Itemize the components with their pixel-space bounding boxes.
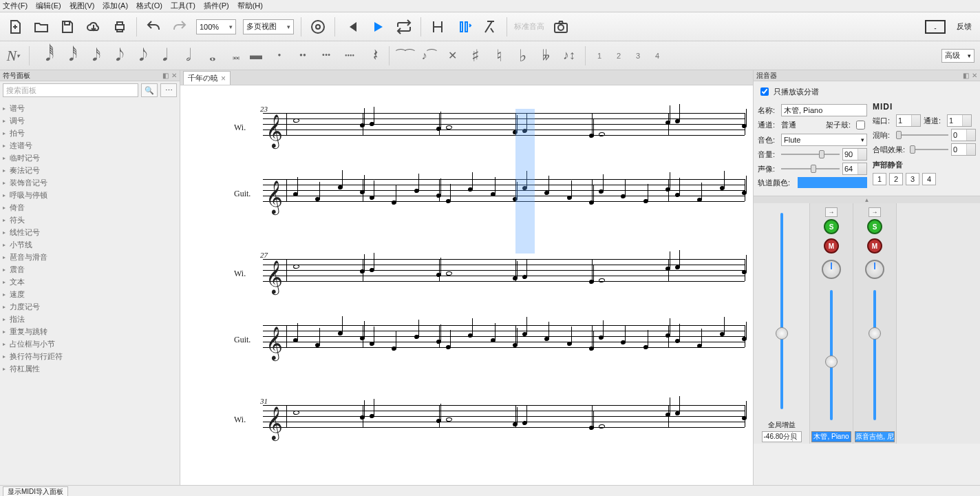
voice-mute-4[interactable]: 4 <box>922 173 936 185</box>
palette-item[interactable]: 指法 <box>0 313 180 325</box>
mixer-close-icon[interactable]: ✕ <box>972 72 977 79</box>
channel-expand-icon[interactable]: → <box>825 207 838 217</box>
midi-reverb-value[interactable]: 0 <box>951 129 976 141</box>
midi-input-icon[interactable] <box>480 17 500 37</box>
note-8th-icon[interactable]: 𝅘𝅥𝅮 <box>108 45 123 66</box>
mute-button[interactable]: M <box>824 238 839 254</box>
menu-view[interactable]: 视图(V) <box>70 1 95 11</box>
channel-label[interactable]: 原音吉他, 尼 <box>855 431 895 442</box>
page-layout-select[interactable]: 多页视图 <box>243 19 294 34</box>
mute-button[interactable]: M <box>867 238 882 254</box>
menu-plugins[interactable]: 插件(P) <box>204 1 229 11</box>
open-file-icon[interactable] <box>32 17 51 37</box>
palette-search-button[interactable]: 🔍 <box>141 83 158 97</box>
palette-item[interactable]: 倚音 <box>0 201 180 214</box>
note-32nd-icon[interactable]: 𝅘𝅥𝅰 <box>61 45 76 66</box>
metronome-icon[interactable] <box>454 17 473 37</box>
rewind-icon[interactable] <box>342 17 361 37</box>
palette-item[interactable]: 换行符与行距符 <box>0 350 180 362</box>
channel-label[interactable]: 木管, Piano <box>811 431 851 442</box>
palette-item[interactable]: 符头 <box>0 214 180 226</box>
palette-item[interactable]: 装饰音记号 <box>0 176 180 189</box>
midi-chan-value[interactable]: 1 <box>947 114 972 127</box>
zoom-select[interactable]: 100% <box>196 19 236 34</box>
print-icon[interactable] <box>110 17 129 37</box>
palette-item[interactable]: 符杠属性 <box>0 362 180 375</box>
track-name-field[interactable]: 木管, Piano <box>781 104 867 116</box>
channel-fader[interactable] <box>864 287 885 430</box>
marcato-icon[interactable]: ✕ <box>445 45 460 66</box>
menu-file[interactable]: 文件(F) <box>3 1 28 11</box>
note-longa-icon[interactable]: ▬ <box>248 45 264 66</box>
natural-icon[interactable]: ♮ <box>491 45 507 66</box>
voice-1-button[interactable]: 1 <box>594 50 605 62</box>
solo-button[interactable]: S <box>867 219 882 234</box>
tie-icon[interactable]: ⁀⁀ <box>398 45 413 66</box>
menu-bar[interactable]: 文件(F) 编辑(E) 视图(V) 添加(A) 格式(O) 工具(T) 插件(P… <box>0 0 980 12</box>
palette-item[interactable]: 占位框与小节 <box>0 338 180 350</box>
channel-pan-knob[interactable] <box>865 260 884 279</box>
solo-button[interactable]: S <box>824 219 839 234</box>
palette-item[interactable]: 力度记号 <box>0 300 180 313</box>
channel-pan-knob[interactable] <box>822 260 841 279</box>
note-input-mode-icon[interactable]: N▾ <box>6 45 21 66</box>
track-color-swatch[interactable] <box>798 177 867 188</box>
save-icon[interactable] <box>58 17 77 37</box>
palette-close-icon[interactable]: ✕ <box>171 72 177 79</box>
dot-1-icon[interactable]: • <box>272 45 287 66</box>
palette-item[interactable]: 文本 <box>0 276 180 288</box>
palette-item[interactable]: 临时记号 <box>0 152 180 164</box>
palette-undock-icon[interactable]: ◧ <box>162 72 169 79</box>
drumset-checkbox[interactable] <box>856 121 865 130</box>
double-flat-icon[interactable]: 𝄫 <box>538 45 553 66</box>
palette-item[interactable]: 连谱号 <box>0 139 180 152</box>
menu-add[interactable]: 添加(A) <box>103 1 128 11</box>
menu-edit[interactable]: 编辑(E) <box>36 1 61 11</box>
note-8th-alt-icon[interactable]: 𝅘𝅥𝅮 <box>131 45 147 66</box>
score-canvas[interactable]: 23Wi.𝄞Guit.𝄞27Wi.𝄞Guit.𝄞31Wi.𝄞 <box>180 85 753 485</box>
palette-item[interactable]: 重复与跳转 <box>0 325 180 338</box>
midi-port-value[interactable]: 1 <box>896 114 921 127</box>
note-whole-icon[interactable]: 𝅝 <box>202 45 217 66</box>
play-icon[interactable] <box>368 17 387 37</box>
palette-item[interactable]: 震音 <box>0 263 180 276</box>
flip-icon[interactable]: ♪↕ <box>562 45 577 66</box>
palette-more-button[interactable]: ⋯ <box>160 83 177 97</box>
pan-value[interactable]: 64 <box>842 163 867 175</box>
play-part-only-checkbox[interactable] <box>760 87 769 96</box>
mixer-expand-handle[interactable]: ▲ <box>754 196 980 203</box>
palette-item[interactable]: 琶音与滑音 <box>0 251 180 263</box>
note-quarter-icon[interactable]: 𝅘𝅥 <box>155 45 170 66</box>
chorus-slider[interactable] <box>910 145 948 154</box>
screenshot-icon[interactable] <box>551 17 571 37</box>
midi-chorus-value[interactable]: 0 <box>951 143 976 156</box>
volume-slider[interactable] <box>781 149 840 159</box>
master-gain-value[interactable]: -46.80分贝 <box>762 431 802 442</box>
new-file-icon[interactable] <box>6 17 25 37</box>
note-half-icon[interactable]: 𝅗𝅥 <box>178 45 193 66</box>
channel-fader[interactable] <box>821 287 842 430</box>
voice-4-button[interactable]: 4 <box>652 50 663 62</box>
note-64th-icon[interactable]: 𝅘𝅥𝅱 <box>38 45 53 66</box>
sharp-icon[interactable]: ♯ <box>468 45 483 66</box>
rest-icon[interactable]: 𝄽 <box>365 45 381 66</box>
voice-mute-3[interactable]: 3 <box>906 173 919 185</box>
menu-format[interactable]: 格式(O) <box>136 1 162 11</box>
reverb-slider[interactable] <box>896 130 948 140</box>
palette-item[interactable]: 谱号 <box>0 102 180 114</box>
dot-2-icon[interactable]: •• <box>295 45 310 66</box>
loop-icon[interactable] <box>394 17 414 37</box>
undo-icon[interactable] <box>144 17 163 37</box>
palette-search-input[interactable]: 搜索面板 <box>3 83 138 97</box>
note-double-whole-icon[interactable]: 𝅜 <box>225 45 240 66</box>
redo-icon[interactable] <box>170 17 189 37</box>
midi-import-panel-button[interactable]: 显示MIDI导入面板 <box>3 486 68 496</box>
voice-mute-1[interactable]: 1 <box>873 173 886 185</box>
palette-item[interactable]: 调号 <box>0 114 180 127</box>
mail-icon[interactable] <box>925 20 946 34</box>
palette-item[interactable]: 奏法记号 <box>0 164 180 176</box>
dot-3-icon[interactable]: ••• <box>319 45 334 66</box>
cloud-icon[interactable] <box>84 17 103 37</box>
flat-icon[interactable]: ♭ <box>515 45 530 66</box>
sound-select[interactable]: Flute <box>781 134 867 146</box>
